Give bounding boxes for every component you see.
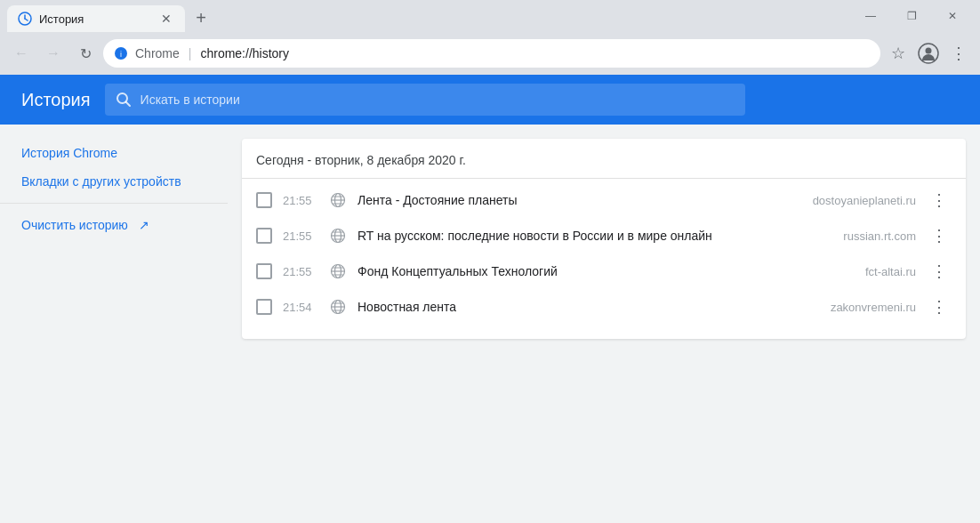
row-checkbox-3[interactable] <box>256 263 272 279</box>
row-checkbox-4[interactable] <box>256 299 272 315</box>
forward-button[interactable]: → <box>39 39 68 68</box>
row-checkbox-2[interactable] <box>256 228 272 244</box>
row-more-button-2[interactable]: ⋮ <box>927 223 952 248</box>
globe-icon-4 <box>329 298 347 316</box>
history-date: Сегодня - вторник, 8 декабря 2020 г. <box>242 153 966 179</box>
row-checkbox-1[interactable] <box>256 192 272 208</box>
history-title-2: RT на русском: последние новости в Росси… <box>357 229 825 243</box>
window-controls: — ❐ ✕ <box>850 5 973 27</box>
row-more-button-4[interactable]: ⋮ <box>927 294 952 319</box>
sidebar-label-other-devices: Вкладки с других устройств <box>21 174 181 189</box>
table-row[interactable]: 21:54 Новостная лента zakonvremeni.ru ⋮ <box>242 289 966 325</box>
svg-line-8 <box>125 102 130 107</box>
content-area: История Chrome Вкладки с других устройст… <box>0 125 980 523</box>
history-domain-2: russian.rt.com <box>843 229 916 243</box>
close-button[interactable]: ✕ <box>932 5 973 27</box>
restore-button[interactable]: ❐ <box>891 5 932 27</box>
table-row[interactable]: 21:55 Лента - Достояние планеты dostoyan… <box>242 182 966 218</box>
sidebar-label-chrome-history: История Chrome <box>21 146 117 160</box>
search-icon <box>116 92 132 108</box>
svg-point-6 <box>926 48 932 54</box>
new-tab-button[interactable]: + <box>189 5 213 30</box>
url-origin: Chrome <box>135 46 180 60</box>
sidebar-item-clear-history[interactable]: Очистить историю ↗ <box>0 211 228 239</box>
row-more-button-1[interactable]: ⋮ <box>927 188 952 213</box>
row-more-button-3[interactable]: ⋮ <box>927 259 952 284</box>
back-button[interactable]: ← <box>7 39 36 68</box>
profile-button[interactable] <box>914 39 943 68</box>
history-domain-1: dostoyanieplaneti.ru <box>813 194 916 207</box>
page-title: История <box>21 90 91 110</box>
table-row[interactable]: 21:55 Фонд Концептуальных Технологий fct… <box>242 253 966 289</box>
history-domain-4: zakonvremeni.ru <box>831 301 916 314</box>
svg-text:i: i <box>120 50 122 59</box>
history-time-3: 21:55 <box>283 265 318 278</box>
addressbar: ← → ↻ i Chrome | chrome://history ☆ ⋮ <box>0 32 980 75</box>
sidebar: История Chrome Вкладки с других устройст… <box>0 125 228 523</box>
search-bar[interactable]: Искать в истории <box>105 84 745 116</box>
history-time-2: 21:55 <box>283 229 318 243</box>
lock-icon: i <box>114 46 128 60</box>
svg-line-2 <box>25 19 28 20</box>
sidebar-item-chrome-history[interactable]: История Chrome <box>0 139 228 167</box>
history-main: Сегодня - вторник, 8 декабря 2020 г. 21:… <box>228 125 980 523</box>
url-bar[interactable]: i Chrome | chrome://history <box>103 39 880 68</box>
history-title-4: Новостная лента <box>357 300 813 314</box>
table-row[interactable]: 21:55 RT на русском: последние новости в… <box>242 218 966 253</box>
url-separator: | <box>189 46 192 60</box>
history-time-4: 21:54 <box>283 301 318 314</box>
globe-icon-3 <box>329 262 347 280</box>
reload-button[interactable]: ↻ <box>71 39 100 68</box>
history-domain-3: fct-altai.ru <box>865 265 916 278</box>
sidebar-divider <box>0 203 228 204</box>
url-path: chrome://history <box>200 46 289 60</box>
search-placeholder: Искать в истории <box>141 93 240 107</box>
history-title-3: Фонд Концептуальных Технологий <box>357 264 847 278</box>
bookmark-button[interactable]: ☆ <box>884 39 912 68</box>
titlebar: История ✕ + — ❐ ✕ <box>0 0 980 32</box>
sidebar-label-clear-history: Очистить историю <box>21 218 128 232</box>
history-card: Сегодня - вторник, 8 декабря 2020 г. 21:… <box>242 139 966 339</box>
tab-title: История <box>39 12 84 26</box>
tab-close-button[interactable]: ✕ <box>158 11 174 27</box>
addressbar-actions: ☆ ⋮ <box>884 39 973 68</box>
app-header: История Искать в истории <box>0 75 980 125</box>
minimize-button[interactable]: — <box>850 5 891 27</box>
menu-button[interactable]: ⋮ <box>944 39 973 68</box>
globe-icon-1 <box>329 191 347 209</box>
external-link-icon: ↗ <box>139 218 149 232</box>
active-tab[interactable]: История ✕ <box>7 5 185 32</box>
tab-favicon <box>18 12 32 26</box>
history-title-1: Лента - Достояние планеты <box>357 193 795 207</box>
globe-icon-2 <box>329 227 347 245</box>
sidebar-item-other-devices[interactable]: Вкладки с других устройств <box>0 167 228 196</box>
history-time-1: 21:55 <box>283 194 318 207</box>
